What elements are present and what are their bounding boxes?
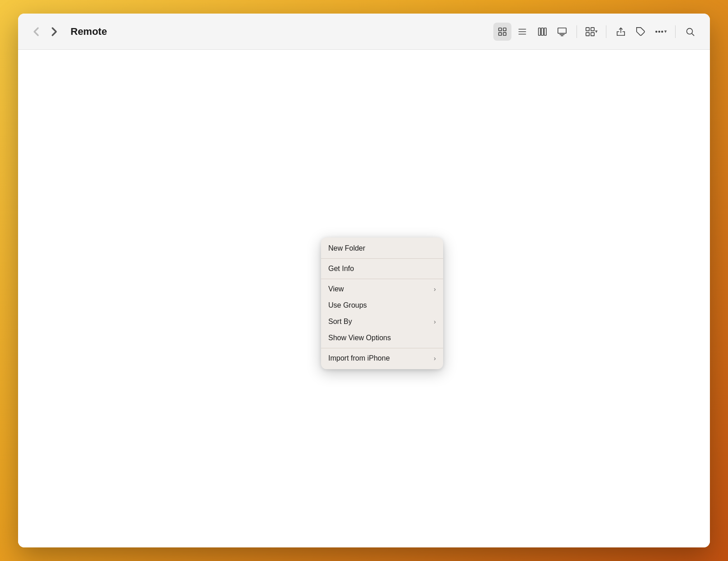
menu-item-get-info[interactable]: Get Info bbox=[321, 261, 443, 277]
menu-item-view[interactable]: View › bbox=[321, 281, 443, 297]
svg-rect-8 bbox=[541, 28, 544, 35]
nav-buttons bbox=[29, 24, 61, 39]
menu-item-use-groups-label: Use Groups bbox=[328, 301, 367, 309]
menu-separator-3 bbox=[321, 348, 443, 348]
menu-item-sort-by[interactable]: Sort By › bbox=[321, 314, 443, 330]
toolbar-center: ▾ bbox=[493, 23, 699, 41]
svg-rect-10 bbox=[558, 28, 566, 33]
view-submenu-chevron: › bbox=[434, 285, 436, 293]
column-view-button[interactable] bbox=[533, 23, 551, 41]
gallery-view-button[interactable] bbox=[553, 23, 571, 41]
context-menu: New Folder Get Info View › Use Groups So… bbox=[321, 238, 443, 369]
menu-item-new-folder-label: New Folder bbox=[328, 244, 365, 252]
forward-button[interactable] bbox=[47, 24, 61, 39]
svg-line-22 bbox=[692, 33, 694, 36]
toolbar-divider-2 bbox=[606, 25, 606, 38]
svg-rect-0 bbox=[499, 28, 501, 30]
finder-window: Remote bbox=[18, 14, 710, 547]
svg-point-18 bbox=[656, 31, 657, 32]
menu-item-view-label: View bbox=[328, 285, 344, 293]
menu-separator-2 bbox=[321, 279, 443, 279]
window-title: Remote bbox=[71, 26, 107, 38]
svg-point-20 bbox=[662, 31, 663, 32]
import-submenu-chevron: › bbox=[434, 355, 436, 362]
svg-rect-3 bbox=[503, 32, 506, 35]
menu-item-import-from-iphone[interactable]: Import from iPhone › bbox=[321, 350, 443, 366]
more-button[interactable]: ▾ bbox=[652, 23, 670, 41]
menu-item-import-from-iphone-label: Import from iPhone bbox=[328, 354, 390, 362]
toolbar-divider-1 bbox=[577, 25, 577, 38]
menu-item-use-groups[interactable]: Use Groups bbox=[321, 297, 443, 314]
titlebar: Remote bbox=[18, 14, 710, 50]
svg-point-19 bbox=[659, 31, 660, 32]
grid-view-button[interactable] bbox=[493, 23, 511, 41]
toolbar-divider-3 bbox=[675, 25, 676, 38]
svg-rect-13 bbox=[586, 27, 589, 30]
svg-rect-9 bbox=[544, 28, 547, 35]
menu-item-show-view-options-label: Show View Options bbox=[328, 334, 391, 342]
svg-rect-14 bbox=[591, 27, 594, 30]
svg-rect-1 bbox=[503, 28, 506, 30]
svg-rect-16 bbox=[591, 32, 594, 35]
group-view-button[interactable]: ▾ bbox=[582, 23, 600, 41]
menu-item-get-info-label: Get Info bbox=[328, 265, 354, 273]
menu-item-new-folder[interactable]: New Folder bbox=[321, 240, 443, 257]
share-button[interactable] bbox=[612, 23, 630, 41]
content-area: New Folder Get Info View › Use Groups So… bbox=[18, 50, 710, 547]
sort-by-submenu-chevron: › bbox=[434, 318, 436, 325]
svg-rect-2 bbox=[499, 32, 501, 35]
list-view-button[interactable] bbox=[513, 23, 531, 41]
group-dropdown-arrow: ▾ bbox=[595, 29, 598, 34]
svg-rect-15 bbox=[586, 32, 589, 35]
tag-button[interactable] bbox=[632, 23, 650, 41]
svg-rect-7 bbox=[539, 28, 541, 35]
back-button[interactable] bbox=[29, 24, 43, 39]
more-dropdown-arrow: ▾ bbox=[664, 29, 667, 34]
search-button[interactable] bbox=[681, 23, 699, 41]
menu-separator-1 bbox=[321, 258, 443, 259]
menu-item-show-view-options[interactable]: Show View Options bbox=[321, 330, 443, 346]
svg-point-21 bbox=[687, 28, 693, 34]
menu-item-sort-by-label: Sort By bbox=[328, 318, 352, 326]
